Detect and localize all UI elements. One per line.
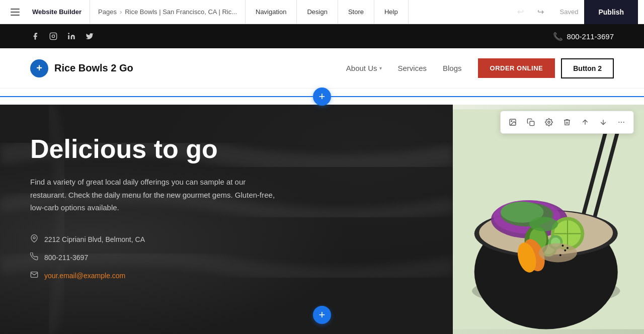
hero-content: Delicious to go Find a variety of great … (30, 135, 423, 281)
breadcrumb-separator: › (120, 8, 122, 16)
publish-button[interactable]: Publish (584, 0, 638, 24)
hero-email-icon (30, 271, 38, 281)
svg-point-37 (548, 121, 550, 123)
nav-item-help[interactable]: Help (374, 0, 409, 24)
toolbar-actions: ↩ ↪ (508, 0, 554, 24)
element-image-button[interactable] (505, 114, 521, 130)
svg-point-2 (55, 34, 55, 35)
svg-point-42 (623, 122, 624, 123)
phone-display: 📞 800-211-3697 (553, 32, 614, 41)
svg-point-40 (618, 122, 619, 123)
element-delete-button[interactable] (559, 114, 575, 130)
add-bottom-section-button[interactable]: + (313, 306, 331, 324)
hamburger-menu[interactable] (6, 0, 24, 24)
site-topbar: 📞 800-211-3697 (0, 24, 644, 48)
facebook-icon[interactable] (30, 31, 40, 41)
element-move-down-button[interactable] (595, 114, 611, 130)
svg-rect-0 (50, 33, 56, 39)
element-settings-button[interactable] (541, 114, 557, 130)
logo-icon: + (30, 59, 48, 77)
dropdown-arrow-about: ▾ (379, 65, 382, 71)
add-section-button[interactable]: + (313, 88, 331, 106)
hero-phone-item: 800-211-3697 (30, 253, 423, 263)
social-links (30, 31, 95, 41)
site-logo[interactable]: + Rice Bowls 2 Go (30, 59, 133, 77)
site-nav: + Rice Bowls 2 Go About Us ▾ Services Bl… (0, 48, 644, 89)
phone-icon: 📞 (553, 32, 563, 41)
svg-point-4 (33, 236, 35, 238)
phone-number: 800-211-3697 (567, 32, 614, 41)
brand-label: Website Builder (24, 0, 90, 24)
nav-link-about[interactable]: About Us ▾ (346, 64, 382, 72)
pages-label: Pages (98, 8, 117, 16)
svg-point-41 (621, 122, 622, 123)
nav-link-services[interactable]: Services (398, 64, 427, 72)
main-toolbar: Website Builder Pages › Rice Bowls | San… (0, 0, 644, 24)
linkedin-icon[interactable] (66, 31, 76, 41)
add-section-bar: + (0, 89, 644, 105)
redo-button[interactable]: ↪ (532, 3, 550, 21)
svg-point-30 (564, 249, 566, 252)
order-online-button[interactable]: ORDER ONLINE (478, 58, 555, 78)
hero-address-item: 2212 Cipriani Blvd, Belmont, CA (30, 234, 423, 244)
food-image-container (453, 105, 644, 334)
element-copy-button[interactable] (523, 114, 539, 130)
nav-item-navigation[interactable]: Navigation (246, 0, 297, 24)
hero-section: Delicious to go Find a variety of great … (0, 105, 644, 334)
element-more-button[interactable] (613, 114, 629, 130)
site-nav-links: About Us ▾ Services Blogs (346, 64, 462, 72)
location-icon (30, 234, 38, 244)
svg-point-28 (539, 243, 577, 263)
nav-item-design[interactable]: Design (297, 0, 338, 24)
hero-phone-icon (30, 253, 38, 263)
twitter-icon[interactable] (85, 31, 95, 41)
hero-description: Find a variety of great local daily offe… (30, 176, 282, 214)
element-move-up-button[interactable] (577, 114, 593, 130)
nav-item-store[interactable]: Store (338, 0, 374, 24)
hero-phone: 800-211-3697 (44, 254, 88, 262)
svg-point-35 (511, 121, 512, 122)
hero-address: 2212 Cipriani Blvd, Belmont, CA (44, 235, 145, 243)
svg-point-1 (52, 35, 54, 37)
svg-rect-36 (530, 121, 534, 126)
button2-button[interactable]: Button 2 (561, 58, 614, 78)
svg-point-31 (559, 254, 561, 256)
food-bowl-svg (453, 105, 644, 334)
nav-link-blogs[interactable]: Blogs (443, 64, 462, 72)
instagram-icon[interactable] (48, 31, 58, 41)
hero-email-item: your.email@example.com (30, 271, 423, 281)
breadcrumb[interactable]: Pages › Rice Bowls | San Francisco, CA |… (90, 0, 246, 24)
hero-left-panel: Delicious to go Find a variety of great … (0, 105, 453, 334)
hero-info: 2212 Cipriani Blvd, Belmont, CA 800-211-… (30, 234, 423, 281)
svg-point-33 (529, 217, 558, 231)
logo-text: Rice Bowls 2 Go (54, 62, 133, 74)
hero-title: Delicious to go (30, 135, 423, 163)
toolbar-nav: Navigation Design Store Help (246, 0, 409, 24)
hero-email[interactable]: your.email@example.com (44, 272, 125, 280)
element-toolbar (500, 111, 634, 134)
svg-point-3 (68, 33, 69, 34)
svg-point-29 (562, 244, 564, 246)
hamburger-icon (11, 9, 20, 16)
hero-right-panel (453, 105, 644, 334)
svg-point-32 (567, 247, 569, 249)
undo-button[interactable]: ↩ (512, 3, 530, 21)
current-page-label: Rice Bowls | San Francisco, CA | Ric... (125, 8, 237, 16)
website-canvas: 📞 800-211-3697 + Rice Bowls 2 Go About U… (0, 24, 644, 334)
saved-status: Saved (554, 8, 585, 16)
